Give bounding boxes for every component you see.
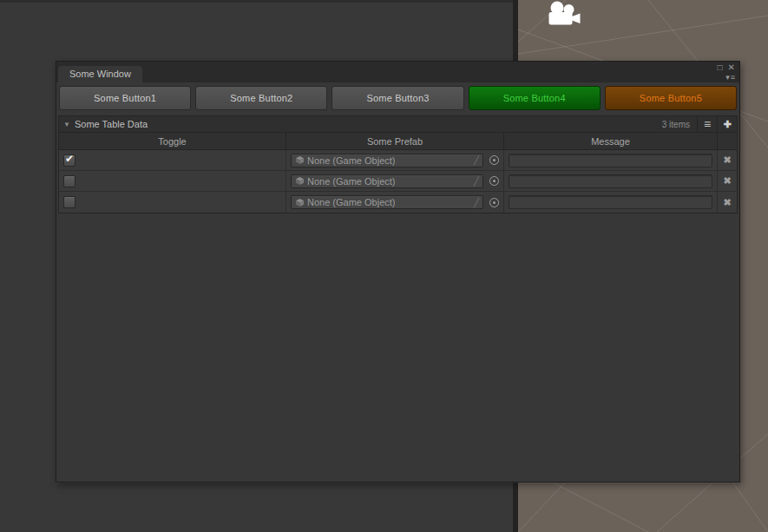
checkmark-icon: ✔ [65,153,74,165]
some-button1[interactable]: Some Button1 [59,86,191,110]
toggle-checkbox[interactable]: ✔ [63,154,75,167]
some-button2[interactable]: Some Button2 [195,86,327,110]
tab-some-window[interactable]: Some Window [58,66,142,82]
slash-icon: ╱ [474,198,479,207]
table-title-bar: ▼ Some Table Data 3 items ≡ ✚ [59,116,737,133]
some-button3[interactable]: Some Button3 [331,86,463,110]
plus-icon: ✚ [723,119,731,130]
pane-caret-icon: ▾ [725,73,730,82]
message-cell [504,150,718,170]
message-input[interactable] [509,154,712,167]
cube-icon [295,198,305,207]
delete-row-icon[interactable]: ✖ [722,154,732,166]
close-icon[interactable]: ✕ [728,63,735,72]
prefab-cell: None (Game Object) ╱ [286,171,504,191]
message-cell [504,171,718,191]
pane-menu-icon[interactable]: ▾ ≡ [725,73,735,82]
slash-icon: ╱ [474,176,479,186]
prefab-cell: None (Game Object) ╱ [286,150,504,170]
toggle-cell: ✔ [59,150,286,170]
some-button5[interactable]: Some Button5 [605,86,737,110]
prefab-value: None (Game Object) [307,176,395,187]
toggle-checkbox[interactable] [63,196,75,208]
message-input[interactable] [509,195,712,209]
prefab-object-field[interactable]: None (Game Object) ╱ [291,154,483,167]
some-window: Some Window □ ✕ ▾ ≡ Some Button1 Some Bu… [56,61,740,483]
cube-icon [295,176,305,186]
list-menu-button[interactable]: ≡ [697,116,717,133]
slash-icon: ╱ [474,155,479,165]
prefab-value: None (Game Object) [307,155,395,166]
prefab-cell: None (Game Object) ╱ [286,192,504,213]
prefab-object-field[interactable]: None (Game Object) ╱ [291,174,483,188]
object-picker-icon[interactable] [489,198,499,207]
column-header-actions [718,133,737,149]
prefab-value: None (Game Object) [307,197,395,207]
cube-icon [295,155,305,165]
toggle-checkbox[interactable] [63,175,75,187]
items-count: 3 items [662,120,690,129]
camera-icon[interactable] [545,1,583,27]
message-cell [504,192,718,213]
delete-cell: ✖ [718,150,737,170]
maximize-icon[interactable]: □ [718,63,723,72]
hamburger-icon: ≡ [704,117,711,131]
delete-cell: ✖ [718,171,737,191]
column-header-toggle: Toggle [59,133,286,149]
table-title: Some Table Data [75,119,148,129]
add-row-button[interactable]: ✚ [717,116,737,133]
delete-cell: ✖ [718,192,737,213]
editor-root: Some Window □ ✕ ▾ ≡ Some Button1 Some Bu… [0,0,768,532]
table-header-row: Toggle Some Prefab Message [59,133,737,150]
table-row: None (Game Object) ╱ ✖ [59,171,737,192]
some-button4[interactable]: Some Button4 [469,86,601,110]
foldout-icon[interactable]: ▼ [63,121,70,128]
pane-hamburger-icon: ≡ [731,73,735,82]
some-table: ▼ Some Table Data 3 items ≡ ✚ Toggle Som… [58,115,738,213]
window-tab-bar: Some Window □ ✕ ▾ ≡ [56,62,739,82]
window-chrome: □ ✕ ▾ ≡ [718,63,735,82]
message-input[interactable] [509,174,712,188]
top-border [0,0,513,3]
table-row: None (Game Object) ╱ ✖ [59,192,737,213]
object-picker-icon[interactable] [489,176,499,186]
object-picker-icon[interactable] [489,155,499,165]
table-row: ✔ None (Game Object) ╱ [59,150,737,171]
toggle-cell [59,171,286,191]
delete-row-icon[interactable]: ✖ [722,175,732,187]
delete-row-icon[interactable]: ✖ [722,197,732,208]
column-header-some-prefab: Some Prefab [286,133,504,149]
toolbar: Some Button1 Some Button2 Some Button3 S… [56,82,739,114]
prefab-object-field[interactable]: None (Game Object) ╱ [291,195,483,209]
toggle-cell [59,192,286,213]
column-header-message: Message [504,133,718,149]
